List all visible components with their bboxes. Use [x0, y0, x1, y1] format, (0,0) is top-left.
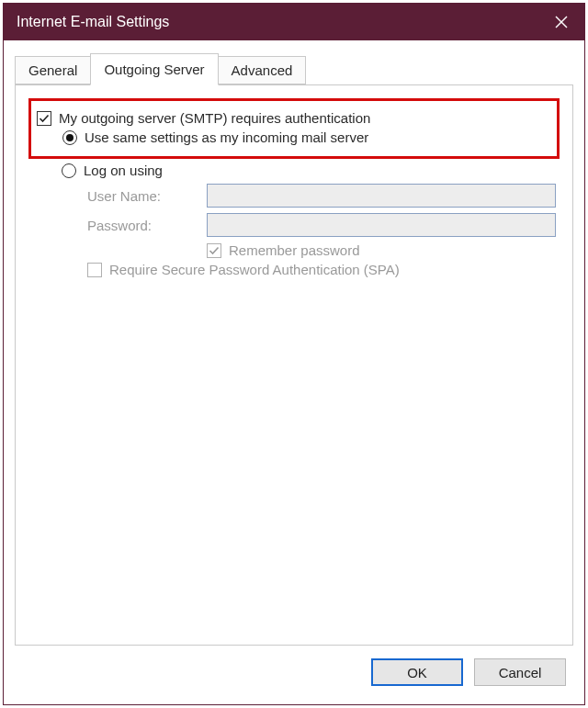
- log-on-using-row: Log on using: [62, 163, 563, 178]
- requires-auth-row: My outgoing server (SMTP) requires authe…: [37, 110, 551, 126]
- require-spa-row: Require Secure Password Authentication (…: [87, 262, 563, 277]
- cancel-button[interactable]: Cancel: [474, 658, 566, 686]
- tab-outgoing-server[interactable]: Outgoing Server: [90, 53, 218, 85]
- cancel-button-label: Cancel: [499, 665, 542, 680]
- requires-auth-label: My outgoing server (SMTP) requires authe…: [59, 110, 370, 126]
- email-settings-dialog: Internet E-mail Settings General Outgoin…: [3, 3, 585, 705]
- password-row: Password:: [87, 213, 563, 237]
- remember-password-checkbox[interactable]: [207, 243, 221, 258]
- remember-password-label: Remember password: [229, 242, 360, 258]
- close-icon: [555, 16, 568, 28]
- tab-advanced[interactable]: Advanced: [218, 56, 307, 84]
- annotation-highlight: My outgoing server (SMTP) requires authe…: [28, 98, 560, 159]
- dialog-content: General Outgoing Server Advanced My outg…: [4, 40, 584, 704]
- use-same-settings-radio[interactable]: [62, 130, 77, 145]
- radio-dot-icon: [66, 134, 74, 141]
- require-spa-checkbox[interactable]: [87, 263, 102, 277]
- tab-advanced-label: Advanced: [232, 62, 293, 78]
- log-on-using-label: Log on using: [84, 163, 163, 178]
- tab-general[interactable]: General: [15, 56, 91, 84]
- dialog-buttons: OK Cancel: [15, 646, 573, 693]
- require-spa-label: Require Secure Password Authentication (…: [109, 262, 400, 277]
- window-title: Internet E-mail Settings: [17, 14, 169, 30]
- user-name-input[interactable]: [207, 184, 556, 208]
- outgoing-server-panel: My outgoing server (SMTP) requires authe…: [15, 84, 573, 646]
- requires-auth-checkbox[interactable]: [37, 111, 51, 126]
- ok-button-label: OK: [407, 665, 427, 680]
- titlebar: Internet E-mail Settings: [4, 4, 584, 40]
- check-icon: [39, 113, 50, 124]
- remember-password-row: Remember password: [207, 242, 563, 258]
- tab-outgoing-label: Outgoing Server: [104, 62, 204, 77]
- check-icon: [209, 245, 220, 256]
- use-same-settings-label: Use same settings as my incoming mail se…: [85, 129, 368, 145]
- log-on-using-radio[interactable]: [62, 163, 76, 178]
- user-name-label: User Name:: [87, 188, 207, 204]
- user-name-row: User Name:: [87, 184, 563, 208]
- ok-button[interactable]: OK: [371, 658, 463, 686]
- close-button[interactable]: [538, 4, 584, 40]
- use-same-settings-row: Use same settings as my incoming mail se…: [62, 129, 551, 145]
- password-input[interactable]: [207, 213, 556, 237]
- tab-general-label: General: [28, 62, 77, 78]
- password-label: Password:: [87, 218, 207, 233]
- tabstrip: General Outgoing Server Advanced: [15, 55, 573, 84]
